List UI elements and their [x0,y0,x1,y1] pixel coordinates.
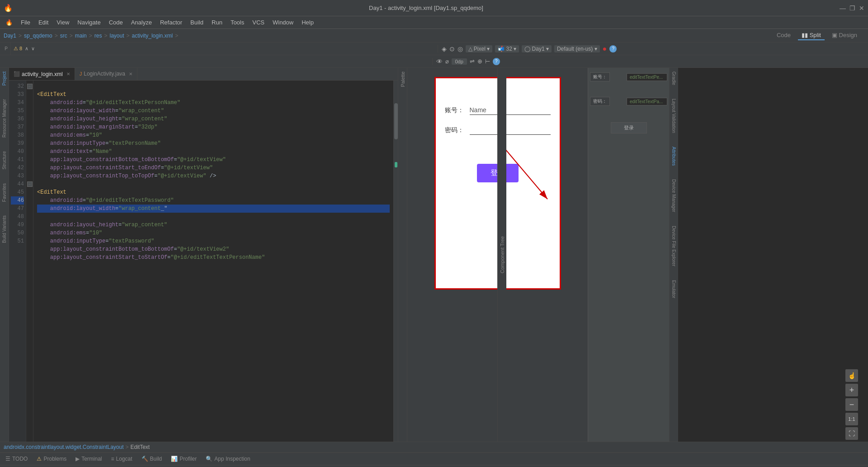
tab-login-activity-java[interactable]: J LoginActivity.java ✕ [75,68,137,80]
baseline-icon[interactable]: ⊢ [485,58,490,65]
close-btn[interactable]: ✕ [859,5,864,12]
logcat-tab[interactable]: ≡ Logcat [109,455,134,463]
menu-item-navigate[interactable]: Navigate [74,18,104,27]
sidebar-resource-tab[interactable]: Resource Manager [2,97,7,139]
design-tool-device[interactable]: △ Pixel ▾ [466,45,493,52]
tab-code[interactable]: Code [773,31,794,40]
emulator-tab[interactable]: Emulator [671,278,676,300]
sidebar-build-variants-tab[interactable]: Build Variants [2,214,7,245]
menu-item-[interactable]: 🔥 [2,18,16,27]
attributes-tab[interactable]: Attributes [671,145,676,167]
gradle-tab[interactable]: Gradle [671,70,676,87]
zoom-controls: ☝ + − 1:1 ⛶ [845,369,858,440]
nav-part: > [104,33,107,39]
design-tool-theme[interactable]: ◯ Day1 ▾ [522,45,552,52]
zoom-out-btn[interactable]: − [845,398,858,411]
menu-item-help[interactable]: Help [298,18,317,27]
design-tool-select[interactable]: ⊙ [449,45,455,52]
chain-icon[interactable]: ⊕ [477,58,482,65]
build-tab[interactable]: 🔨 Build [140,455,164,463]
todo-tab[interactable]: ☰ TODO [4,455,29,463]
menu-item-build[interactable]: Build [187,18,207,27]
sidebar-project-icon[interactable]: P [5,46,8,51]
menu-item-code[interactable]: Code [105,18,127,27]
tab-split[interactable]: ▮▮ Split [798,31,825,40]
zoom-fit-btn[interactable]: 1:1 [845,413,858,425]
code-content-area[interactable]: <EditText android:id="@+id/editTextTextP… [33,81,393,442]
maximize-btn[interactable]: ❐ [849,5,855,12]
tab-activity-login-xml[interactable]: ⬛ activity_login.xml ✕ [9,68,75,80]
sidebar-favorites-tab[interactable]: Favorites [2,181,7,204]
account-value: Name [470,106,486,114]
sidebar-structure-tab[interactable]: Structure [2,149,7,172]
device-manager-tab[interactable]: Device Manager [671,177,676,214]
device-file-explorer-tab[interactable]: Device File Explorer [671,224,676,268]
menu-item-vcs[interactable]: VCS [249,18,268,27]
logcat-icon: ≡ [111,456,114,462]
palette-tab[interactable]: Palette [398,68,407,442]
design-tool-locale[interactable]: Default (en-us) ▾ [554,45,600,52]
palette-label[interactable]: Palette [400,70,406,89]
close-tab-java[interactable]: ✕ [129,71,132,76]
zoom-frame-btn[interactable]: ⛶ [845,427,858,440]
constraint-icon[interactable]: ⌀ [445,58,449,65]
expand-btn[interactable]: ∧ [25,46,28,52]
minimize-btn[interactable]: — [840,5,846,12]
nav-part: > [55,33,58,39]
view-icon[interactable]: 👁 [436,58,443,65]
palette-icon[interactable]: ◈ [442,45,447,52]
terminal-tab[interactable]: ▶ Terminal [74,455,104,463]
menu-item-run[interactable]: Run [208,18,226,27]
nav-part[interactable]: src [60,33,67,39]
component-tree-label[interactable]: Component Tree [500,236,505,273]
menu-item-file[interactable]: File [17,18,34,27]
bottom-tabs-bar: ☰ TODO ⚠ Problems ▶ Terminal ≡ Logcat 🔨 … [0,453,868,465]
editor-scrollbar[interactable] [393,81,398,442]
nav-part[interactable]: layout [110,33,124,39]
attr-account-label: 账号： [590,72,610,81]
hand-zoom-btn[interactable]: ☝ [845,369,858,382]
breadcrumb-nav: Day1>sp_qqdemo>src>main>res>layout>activ… [4,33,179,39]
fold-marker-44[interactable]: − [27,181,33,187]
menu-item-edit[interactable]: Edit [35,18,52,27]
design-help[interactable]: ? [609,45,617,52]
nav-part[interactable]: sp_qqdemo [24,33,52,39]
nav-part[interactable]: res [94,33,102,39]
menu-bar: 🔥FileEditViewNavigateCodeAnalyzeRefactor… [0,16,868,29]
warning-count: ⚠ 8 [14,46,22,52]
profiler-tab[interactable]: 📊 Profiler [169,455,198,463]
app-inspection-tab[interactable]: 🔍 App Inspection [204,455,252,463]
layout-validation-tab[interactable]: Layout Validation [671,97,676,135]
nav-part: > [89,33,92,39]
breadcrumb-constraintlayout: androidx.constraintlayout.widget.Constra… [4,444,124,450]
nav-part[interactable]: activity_login.xml [132,33,173,39]
terminal-icon: ▶ [75,456,80,462]
nav-part[interactable]: main [75,33,87,39]
terminal-label: Terminal [81,456,102,462]
collapse-btn[interactable]: ∨ [31,46,35,52]
problems-icon: ⚠ [37,456,42,462]
menu-item-tools[interactable]: Tools [227,18,248,27]
window-controls[interactable]: — ❐ ✕ [840,5,864,12]
menu-item-refactor[interactable]: Refactor [156,18,186,27]
sidebar-project-tab[interactable]: Project [2,70,7,87]
wrap-constraint[interactable]: ⇌ [470,58,475,65]
menu-item-window[interactable]: Window [269,18,297,27]
menu-item-view[interactable]: View [53,18,73,27]
close-tab-xml[interactable]: ✕ [66,71,70,76]
dp-value[interactable]: 0dp [452,58,467,65]
menu-item-analyze[interactable]: Analyze [127,18,156,27]
todo-label: TODO [12,456,28,462]
todo-icon: ☰ [5,456,10,462]
problems-tab[interactable]: ⚠ Problems [35,455,68,463]
nav-part[interactable]: Day1 [4,33,16,39]
tab-design[interactable]: ▣ Design [828,31,861,40]
problems-label: Problems [43,456,66,462]
design-tool-api[interactable]: 📬 32 ▾ [495,45,519,52]
design-tool-pan[interactable]: ◎ [458,45,463,52]
zoom-in-btn[interactable]: + [845,384,858,396]
design-error-dot: ● [603,45,607,53]
component-tree-tab[interactable]: Component Tree [497,68,506,442]
help2-icon[interactable]: ? [493,58,500,65]
fold-marker-32[interactable]: − [27,84,33,89]
